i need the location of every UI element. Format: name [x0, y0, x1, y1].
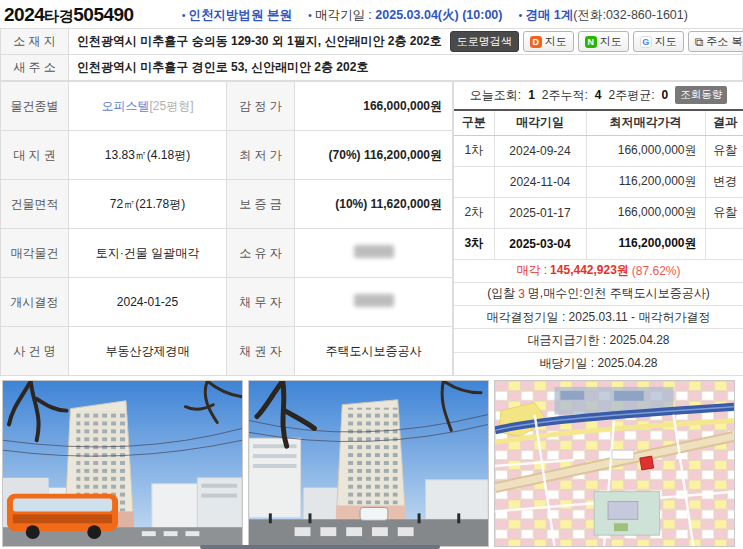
sale-result-row: 매각 : 145,442,923원 (87.62%): [454, 260, 743, 283]
road-address-value: 인천광역시 미추홀구 경인로 53, 신안래미안 2층 202호: [77, 60, 368, 74]
case-name-label: 사 건 명: [1, 327, 69, 376]
date-header: 매각기일: [494, 110, 586, 135]
owner-redacted: [354, 245, 394, 258]
appraisal-label: 감 정 가: [227, 82, 295, 131]
avg-views-count: 0: [662, 88, 669, 102]
naver-map-icon: N: [585, 36, 597, 48]
case-number: 2024타경505490: [4, 4, 134, 26]
copy-icon: ⧉: [695, 35, 704, 49]
building-exterior-photo-1[interactable]: [2, 380, 243, 547]
price-header: 최저매각가격: [586, 110, 705, 135]
min-price-value: (70%) 116,200,000원: [295, 131, 453, 180]
property-type-label: 물건종별: [1, 82, 69, 131]
sale-result-label: 매각 :: [516, 262, 547, 279]
round-header: 구분: [454, 110, 494, 135]
building-photo-1-graphic: [3, 381, 242, 546]
min-price-label: 최 저 가: [227, 131, 295, 180]
result-header: 결과: [705, 110, 743, 135]
bid-history-row-current: 3차 2025-03-04 116,200,000원: [454, 228, 743, 259]
road-address-label: 새 주 소: [1, 55, 69, 81]
deposit-value: (10%) 11,620,000원: [295, 180, 453, 229]
dept-phone: (전화:032-860-1601): [573, 8, 688, 22]
sale-date-label: 매각기일 :: [315, 8, 375, 22]
building-area-value: 72㎡(21.78평): [69, 180, 227, 229]
page-header: 2024타경505490 •인천지방법원 본원 •매각기일 : 2025.03.…: [0, 0, 743, 28]
auction-result-block: 매각 : 145,442,923원 (87.62%) (입찰3명,매수인:인천 …: [454, 260, 743, 376]
creditor-value: 주택도시보증공사: [295, 327, 453, 376]
road-name-search-button[interactable]: 도로명검색: [450, 31, 519, 52]
appraisal-value: 166,000,000원: [295, 82, 453, 131]
location-label: 소 재 지: [1, 29, 69, 55]
decision-date-row: 매각결정기일 : 2025.03.11 - 매각허가결정: [454, 306, 743, 329]
table-row: 물건종별 오피스텔[25평형] 감 정 가 166,000,000원: [1, 82, 453, 131]
copy-address-button[interactable]: ⧉주소 복사: [688, 31, 743, 52]
owner-label: 소 유 자: [227, 229, 295, 278]
two-week-views-label: 2주누적:: [542, 87, 588, 104]
bid-history-row: 1차 2024-09-24 166,000,000원 유찰: [454, 135, 743, 166]
table-row: 개시결정 2024-01-25 채 무 자: [1, 278, 453, 327]
location-value: 인천광역시 미추홀구 숭의동 129-30 외 1필지, 신안래미안 2층 20…: [77, 33, 442, 50]
table-row: 대 지 권 13.83㎡(4.18평) 최 저 가 (70%) 116,200,…: [1, 131, 453, 180]
road-address-row: 새 주 소 인천광역시 미추홀구 경인로 53, 신안래미안 2층 202호: [1, 55, 743, 81]
debtor-label: 채 무 자: [227, 278, 295, 327]
bid-history-table: 구분 매각기일 최저매각가격 결과 1차 2024-09-24 166,000,…: [454, 109, 743, 260]
case-name-value: 부동산강제경매: [69, 327, 227, 376]
dividend-date-row: 배당기일 : 2025.04.28: [454, 353, 743, 375]
case-serial: 505490: [73, 4, 133, 25]
start-decision-value: 2024-01-25: [69, 278, 227, 327]
horizontal-scrollbar-thumb[interactable]: [200, 545, 440, 549]
sale-result-price: 145,442,923원: [550, 262, 629, 279]
cadastral-map-thumbnail[interactable]: [494, 380, 735, 547]
creditor-label: 채 권 자: [227, 327, 295, 376]
deposit-label: 보 증 금: [227, 180, 295, 229]
start-decision-label: 개시결정: [1, 278, 69, 327]
view-trend-button[interactable]: 조회동향: [675, 86, 727, 104]
building-area-label: 건물면적: [1, 180, 69, 229]
view-counter: 오늘조회:1 2주누적:4 2주평균:0 조회동향: [454, 82, 743, 109]
today-views-count: 1: [528, 88, 535, 102]
sale-result-percent: (87.62%): [632, 264, 681, 278]
bid-history-row: 2차 2025-01-17 166,000,000원 유찰: [454, 197, 743, 228]
avg-views-label: 2주평균:: [609, 87, 655, 104]
land-right-label: 대 지 권: [1, 131, 69, 180]
court-name: •인천지방법원 본원: [182, 7, 292, 24]
property-type-link[interactable]: 오피스텔: [101, 99, 149, 113]
daum-map-button[interactable]: D지도: [523, 31, 574, 52]
building-photo-2-graphic: [249, 381, 488, 546]
table-row: 매각물건 토지·건물 일괄매각 소 유 자: [1, 229, 453, 278]
auction-status-panel: 오늘조회:1 2주누적:4 2주평균:0 조회동향 구분 매각기일 최저매각가격…: [453, 81, 743, 376]
property-detail-table: 물건종별 오피스텔[25평형] 감 정 가 166,000,000원 대 지 권…: [0, 81, 453, 376]
bidders-count: 3: [518, 287, 525, 301]
google-map-button[interactable]: G지도: [633, 31, 684, 52]
sale-object-label: 매각물건: [1, 229, 69, 278]
google-map-icon: G: [640, 36, 652, 48]
sale-date: •매각기일 : 2025.03.04(火) (10:00): [308, 7, 502, 24]
today-views-label: 오늘조회:: [470, 87, 521, 104]
case-type: 타경: [44, 7, 73, 24]
case-year: 2024: [4, 4, 44, 25]
photo-strip: [0, 376, 743, 547]
bid-history-row: 2024-11-04 116,200,000원 변경: [454, 166, 743, 197]
building-exterior-photo-2[interactable]: [248, 380, 489, 547]
sale-date-value: 2025.03.04(火) (10:00): [375, 8, 502, 22]
auction-dept: •경매 1계(전화:032-860-1601): [518, 7, 687, 24]
location-row: 소 재 지 인천광역시 미추홀구 숭의동 129-30 외 1필지, 신안래미안…: [1, 29, 743, 55]
property-size-type: [25평형]: [149, 99, 193, 113]
table-row: 사 건 명 부동산강제경매 채 권 자 주택도시보증공사: [1, 327, 453, 376]
naver-map-button[interactable]: N지도: [578, 31, 629, 52]
address-table: 소 재 지 인천광역시 미추홀구 숭의동 129-30 외 1필지, 신안래미안…: [0, 28, 743, 81]
table-row: 건물면적 72㎡(21.78평) 보 증 금 (10%) 11,620,000원: [1, 180, 453, 229]
cadastral-map-graphic: [495, 381, 734, 546]
payment-due-row: 대금지급기한 : 2025.04.28: [454, 329, 743, 352]
sale-object-value: 토지·건물 일괄매각: [69, 229, 227, 278]
debtor-redacted: [354, 294, 394, 307]
bidders-row: (입찰3명,매수인:인천 주택도시보증공사): [454, 283, 743, 306]
bid-history-header-row: 구분 매각기일 최저매각가격 결과: [454, 110, 743, 135]
two-week-views-count: 4: [595, 88, 602, 102]
daum-map-icon: D: [530, 36, 542, 48]
land-right-value: 13.83㎡(4.18평): [69, 131, 227, 180]
